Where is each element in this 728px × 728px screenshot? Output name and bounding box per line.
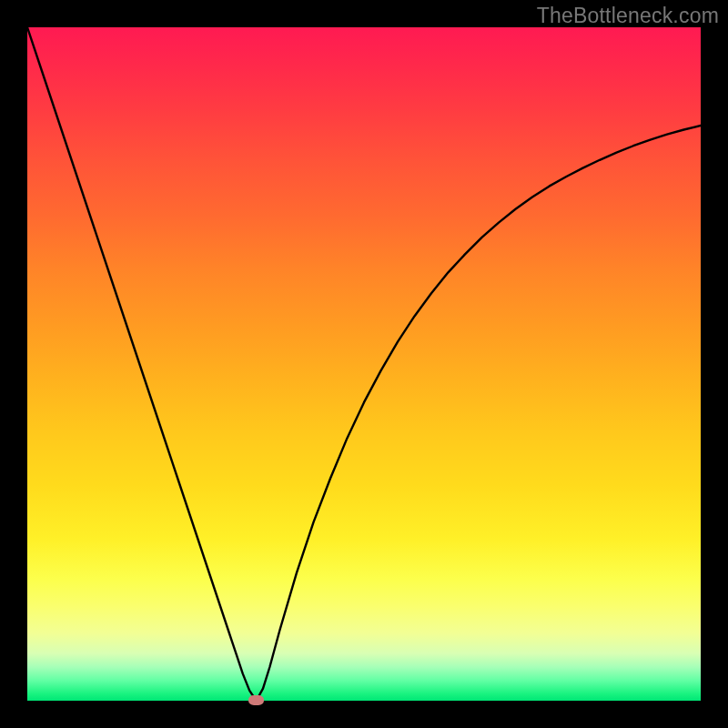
chart-plot-area [27,27,701,701]
bottleneck-curve [27,27,701,701]
minimum-marker [248,695,264,705]
watermark-text: TheBottleneck.com [537,4,719,28]
chart-frame: TheBottleneck.com [0,0,728,728]
